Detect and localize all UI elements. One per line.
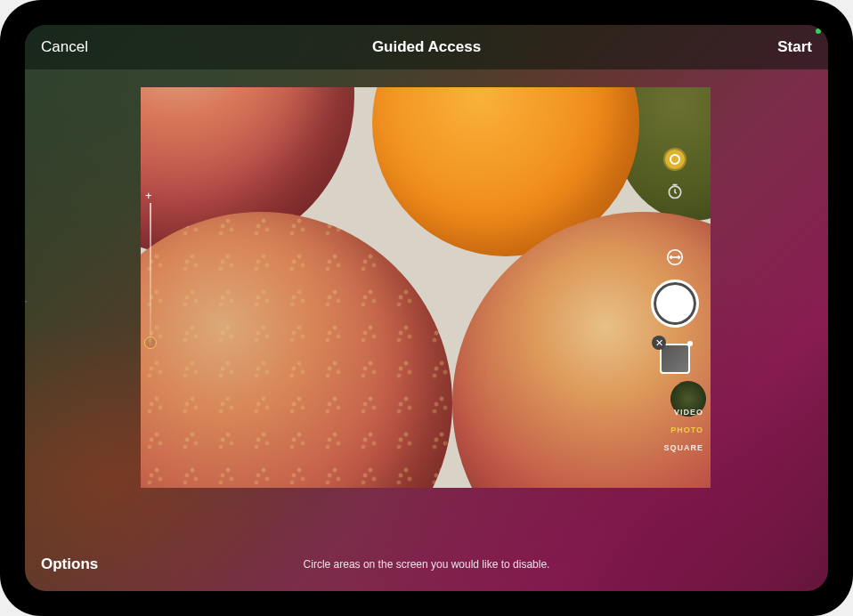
options-button[interactable]: Options — [41, 555, 98, 573]
screen: ·· Cancel Guided Access Start + — [25, 25, 828, 591]
start-button[interactable]: Start — [777, 38, 812, 56]
guided-access-bottombar: Options Circle areas on the screen you w… — [25, 538, 828, 591]
zoom-plus-icon: + — [145, 189, 152, 202]
mode-video[interactable]: VIDEO — [663, 408, 703, 417]
last-photo-thumbnail[interactable]: ✕ — [660, 344, 690, 374]
timer-icon[interactable] — [665, 182, 685, 201]
fruit-apple-bottom-left — [141, 212, 452, 488]
mode-square[interactable]: SQUARE — [663, 443, 703, 452]
mode-photo[interactable]: PHOTO — [663, 426, 703, 434]
close-icon[interactable]: ✕ — [652, 336, 666, 350]
app-preview[interactable]: + — [141, 87, 711, 488]
ipad-frame: ·· Cancel Guided Access Start + — [0, 0, 853, 616]
flip-camera-icon[interactable] — [665, 247, 685, 267]
zoom-handle-icon[interactable] — [144, 336, 157, 349]
cancel-button[interactable]: Cancel — [41, 38, 88, 56]
hint-text: Circle areas on the screen you would lik… — [304, 558, 550, 571]
camera-viewfinder — [141, 87, 711, 488]
side-indicator-icon: ·· — [25, 296, 29, 304]
guided-access-topbar: Cancel Guided Access Start — [25, 25, 828, 69]
live-photo-icon[interactable] — [665, 150, 685, 169]
page-title: Guided Access — [372, 38, 481, 56]
camera-mode-selector[interactable]: VIDEO PHOTO SQUARE — [663, 408, 703, 452]
zoom-slider[interactable]: + — [150, 203, 151, 345]
camera-use-indicator-icon — [816, 28, 821, 34]
shutter-button[interactable] — [651, 280, 699, 328]
